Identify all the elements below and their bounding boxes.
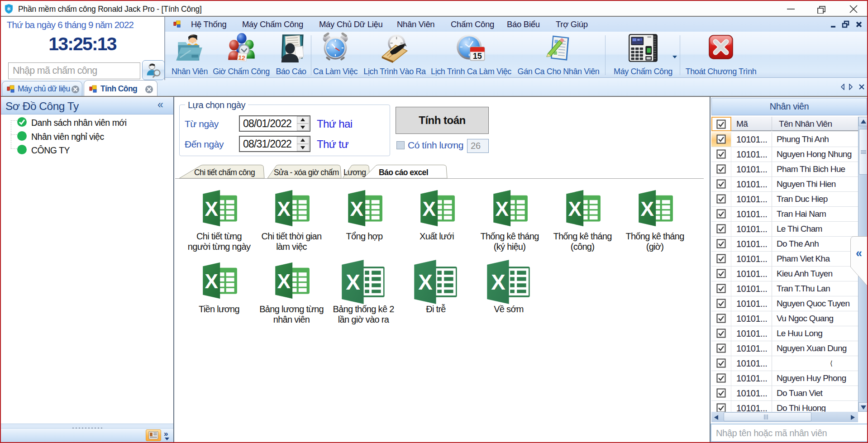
svg-text:Chi tiết chấm công: Chi tiết chấm công xyxy=(194,168,255,177)
svg-text:Sửa - xóa giờ chấm: Sửa - xóa giờ chấm xyxy=(274,168,339,177)
svg-text:Báo cáo excel: Báo cáo excel xyxy=(379,168,428,177)
svg-text:«: « xyxy=(856,247,862,259)
svg-text:Lương: Lương xyxy=(343,168,366,177)
